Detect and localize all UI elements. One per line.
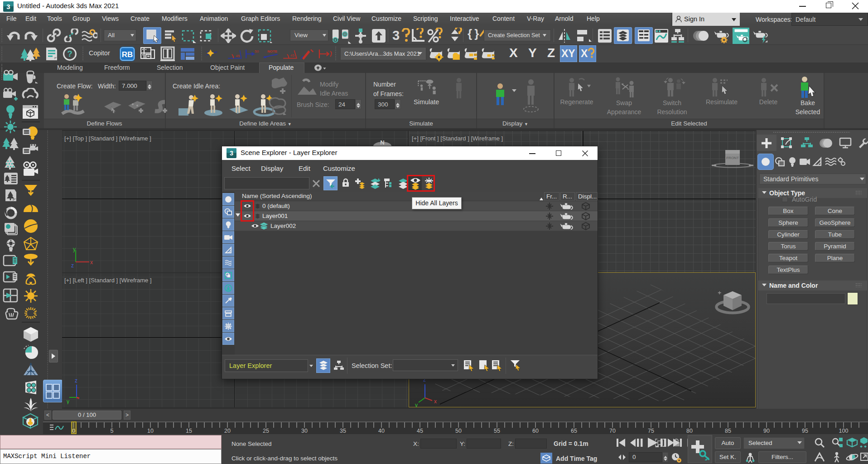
- svg-text:y: y: [415, 402, 418, 407]
- svg-text:45: 45: [417, 428, 423, 434]
- svg-text:60: 60: [532, 428, 539, 434]
- svg-text:x: x: [434, 398, 437, 405]
- svg-text:50: 50: [455, 428, 462, 434]
- svg-text:100: 100: [839, 428, 849, 434]
- svg-text:20: 20: [224, 428, 231, 434]
- svg-text:30: 30: [301, 428, 308, 434]
- svg-text:95: 95: [802, 428, 808, 434]
- svg-text:3: 3: [6, 3, 10, 10]
- svg-text:45: 45: [290, 53, 294, 58]
- svg-text:65: 65: [571, 428, 577, 434]
- svg-text:80: 80: [686, 428, 693, 434]
- svg-text:z: z: [71, 262, 74, 269]
- svg-text:85: 85: [725, 428, 731, 434]
- svg-text:75: 75: [648, 428, 654, 434]
- svg-text:50: 50: [255, 49, 259, 53]
- svg-text:40: 40: [378, 428, 385, 434]
- svg-text:5: 5: [111, 428, 114, 434]
- svg-text:NOTE: NOTE: [267, 49, 277, 53]
- svg-text:90: 90: [763, 428, 770, 434]
- svg-text:?: ?: [67, 49, 72, 58]
- svg-text:x: x: [90, 259, 93, 266]
- svg-text:25: 25: [263, 428, 269, 434]
- svg-text:15: 15: [186, 428, 192, 434]
- svg-text:y: y: [67, 398, 69, 404]
- svg-text:RB: RB: [122, 50, 133, 59]
- svg-text:70: 70: [609, 428, 616, 434]
- svg-text:45: 45: [236, 54, 240, 58]
- svg-text:55: 55: [494, 428, 500, 434]
- svg-text:y: y: [73, 246, 76, 252]
- svg-text:3: 3: [230, 150, 233, 157]
- svg-text:z: z: [75, 377, 77, 384]
- svg-text:10: 10: [147, 428, 154, 434]
- svg-text:35: 35: [340, 428, 346, 434]
- svg-text:FRONT: FRONT: [726, 156, 739, 160]
- svg-text:N: N: [380, 139, 384, 146]
